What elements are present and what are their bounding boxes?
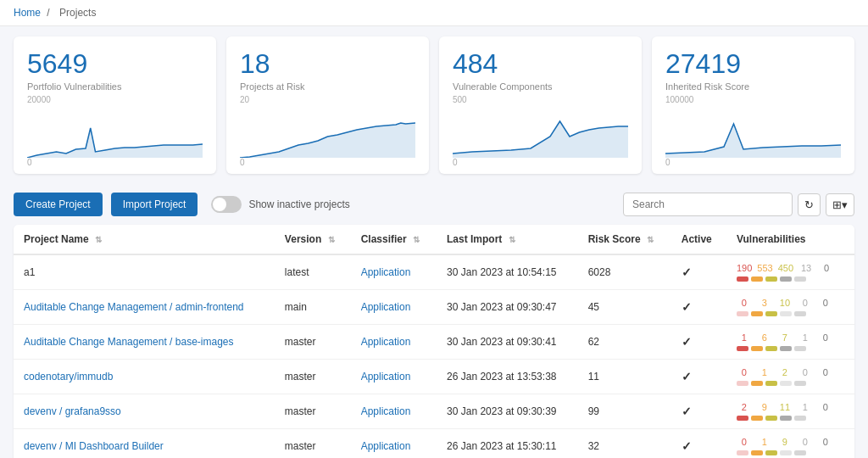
td-last-import-0: 30 Jan 2023 at 10:54:15 xyxy=(437,254,578,290)
sort-icon-version[interactable]: ⇅ xyxy=(328,235,335,244)
vuln-bar-2-2 xyxy=(765,346,777,351)
search-input[interactable] xyxy=(623,193,793,216)
vuln-num-3-3: 0 xyxy=(798,367,813,377)
stat-number-3: 27419 xyxy=(665,48,841,80)
table-row: a1 latest Application 30 Jan 2023 at 10:… xyxy=(14,254,854,290)
breadcrumb: Home / Projects xyxy=(0,0,868,26)
create-project-button[interactable]: Create Project xyxy=(14,193,103,216)
td-project-name-1: Auditable Change Management / admin-fron… xyxy=(14,290,275,325)
vuln-num-1-2: 10 xyxy=(777,298,793,308)
vuln-bar-4-4 xyxy=(794,416,806,421)
vuln-nums-0: 190553450130 xyxy=(737,263,844,273)
sort-icon-last-import[interactable]: ⇅ xyxy=(509,235,515,244)
vuln-bar-0-2 xyxy=(765,276,777,282)
td-version-4: master xyxy=(275,394,351,429)
vuln-num-2-0: 1 xyxy=(737,332,752,343)
vuln-num-5-0: 0 xyxy=(737,437,752,447)
sparkline-3 xyxy=(665,111,841,158)
vuln-nums-4: 291110 xyxy=(737,402,844,412)
project-link-5[interactable]: devenv / MI Dashboard Builder xyxy=(24,440,164,452)
stat-number-1: 18 xyxy=(240,48,415,80)
vuln-bar-2-1 xyxy=(751,346,763,351)
project-link-2[interactable]: Auditable Change Management / base-image… xyxy=(24,336,234,348)
import-project-button[interactable]: Import Project xyxy=(111,193,198,216)
col-project-name: Project Name ⇅ xyxy=(14,225,275,254)
vuln-bar-4-3 xyxy=(780,416,792,421)
vuln-num-4-0: 2 xyxy=(737,402,752,412)
vuln-dots-1: 031000 xyxy=(737,298,844,316)
active-check: ✓ xyxy=(682,370,692,383)
table-row: devenv / grafana9sso master Application … xyxy=(14,394,854,429)
refresh-button[interactable]: ↻ xyxy=(798,193,821,216)
td-last-import-5: 26 Jan 2023 at 15:30:11 xyxy=(437,429,578,459)
vuln-num-4-1: 9 xyxy=(757,402,772,412)
active-check: ✓ xyxy=(682,300,692,314)
sparkline-0 xyxy=(27,111,203,158)
sparkline-1 xyxy=(240,111,415,158)
vuln-bar-3-0 xyxy=(737,381,748,386)
td-vulns-4: 291110 xyxy=(726,394,854,429)
stat-card-0: 5649 Portfolio Vulnerabilities 20000 0 xyxy=(14,36,216,174)
active-check: ✓ xyxy=(682,439,692,453)
svg-marker-0 xyxy=(27,128,203,158)
td-project-name-4: devenv / grafana9sso xyxy=(14,394,275,429)
col-version: Version ⇅ xyxy=(275,225,351,254)
vuln-dots-0: 190553450130 xyxy=(737,263,844,282)
vuln-num-4-4: 0 xyxy=(818,402,833,412)
project-name-0: a1 xyxy=(24,266,35,278)
sort-icon-name[interactable]: ⇅ xyxy=(95,235,102,244)
project-link-4[interactable]: devenv / grafana9sso xyxy=(24,405,121,417)
project-link-3[interactable]: codenotary/immudb xyxy=(24,371,113,383)
td-project-name-0: a1 xyxy=(14,254,275,290)
stat-label-3: Inherited Risk Score xyxy=(665,81,841,92)
td-vulns-2: 16710 xyxy=(726,325,854,360)
vuln-bar-1-4 xyxy=(794,311,806,316)
vuln-bar-0-3 xyxy=(780,276,792,282)
vuln-num-5-2: 9 xyxy=(777,437,793,447)
vuln-num-5-3: 0 xyxy=(798,437,813,447)
table-row: devenv / MI Dashboard Builder master App… xyxy=(14,429,854,459)
vuln-bars-1 xyxy=(737,311,844,316)
table-header-row: Project Name ⇅ Version ⇅ Classifier ⇅ La… xyxy=(14,225,854,254)
view-icon: ⊞▾ xyxy=(832,198,848,211)
vuln-num-0-0: 190 xyxy=(737,263,752,273)
vuln-num-1-1: 3 xyxy=(757,298,772,308)
col-vulnerabilities: Vulnerabilities xyxy=(726,225,854,254)
col-active: Active xyxy=(671,225,726,254)
td-project-name-3: codenotary/immudb xyxy=(14,360,275,394)
td-risk-score-5: 32 xyxy=(578,429,671,459)
vuln-num-3-1: 1 xyxy=(757,367,772,377)
td-project-name-2: Auditable Change Management / base-image… xyxy=(14,325,275,360)
vuln-bar-5-0 xyxy=(737,450,748,455)
col-classifier: Classifier ⇅ xyxy=(351,225,437,254)
table-body: a1 latest Application 30 Jan 2023 at 10:… xyxy=(14,254,854,458)
vuln-bar-5-3 xyxy=(780,450,792,455)
vuln-bar-1-3 xyxy=(780,311,792,316)
td-last-import-2: 30 Jan 2023 at 09:30:41 xyxy=(437,325,578,360)
vuln-bar-3-2 xyxy=(765,381,777,386)
vuln-num-1-4: 0 xyxy=(818,298,833,308)
vuln-num-0-2: 450 xyxy=(778,263,793,273)
vuln-bar-5-1 xyxy=(751,450,763,455)
td-vulns-1: 031000 xyxy=(726,290,854,325)
vuln-num-4-2: 11 xyxy=(777,402,793,412)
sort-icon-classifier[interactable]: ⇅ xyxy=(413,235,420,244)
td-project-name-5: devenv / MI Dashboard Builder xyxy=(14,429,275,459)
vuln-num-2-3: 1 xyxy=(798,332,813,343)
inactive-toggle[interactable] xyxy=(211,196,242,213)
vuln-dots-5: 01900 xyxy=(737,437,844,455)
breadcrumb-home[interactable]: Home xyxy=(14,7,41,19)
vuln-dots-2: 16710 xyxy=(737,332,844,351)
vuln-bar-5-2 xyxy=(765,450,777,455)
active-check: ✓ xyxy=(682,405,692,418)
active-check: ✓ xyxy=(682,335,692,349)
vuln-bars-3 xyxy=(737,381,844,386)
sort-icon-risk-score[interactable]: ⇅ xyxy=(647,235,654,244)
td-risk-score-0: 6028 xyxy=(578,254,671,290)
td-risk-score-1: 45 xyxy=(578,290,671,325)
view-toggle-button[interactable]: ⊞▾ xyxy=(826,193,854,216)
td-version-2: master xyxy=(275,325,351,360)
svg-marker-2 xyxy=(453,121,628,158)
stat-number-2: 484 xyxy=(453,48,628,80)
project-link-1[interactable]: Auditable Change Management / admin-fron… xyxy=(24,301,244,313)
